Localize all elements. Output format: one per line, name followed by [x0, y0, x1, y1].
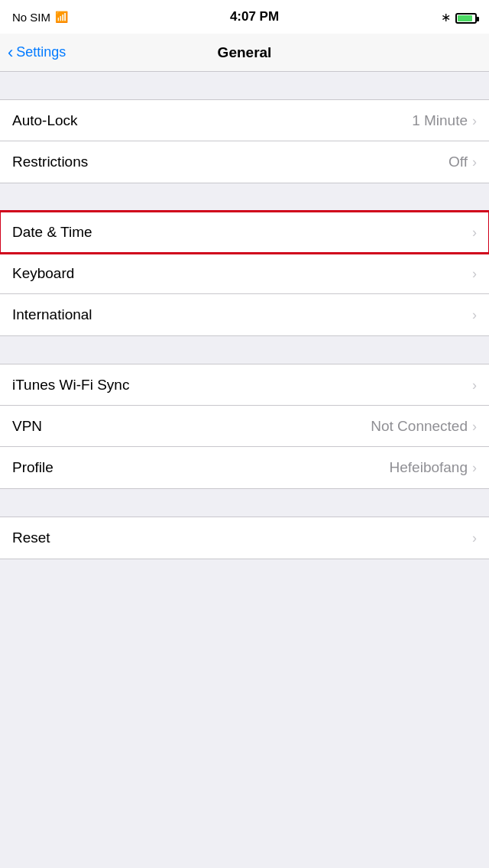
nav-bar: ‹ Settings General	[0, 34, 489, 72]
settings-group-2: Date & Time › Keyboard › International ›	[0, 211, 489, 336]
section-gap-3	[0, 336, 489, 364]
international-label: International	[12, 306, 92, 323]
vpn-right: Not Connected ›	[371, 418, 477, 435]
reset-label: Reset	[12, 530, 50, 546]
profile-row[interactable]: Profile Hefeibofang ›	[0, 447, 489, 488]
auto-lock-label: Auto-Lock	[12, 112, 78, 129]
reset-right: ›	[472, 531, 477, 545]
date-time-chevron-icon: ›	[472, 225, 477, 239]
status-time: 4:07 PM	[230, 9, 279, 24]
vpn-chevron-icon: ›	[472, 419, 477, 433]
itunes-wifi-sync-chevron-icon: ›	[472, 378, 477, 392]
international-chevron-icon: ›	[472, 308, 477, 322]
reset-row[interactable]: Reset ›	[0, 517, 489, 559]
restrictions-value: Off	[449, 154, 468, 170]
keyboard-chevron-icon: ›	[472, 267, 477, 280]
date-time-row[interactable]: Date & Time ›	[0, 212, 489, 253]
settings-group-1: Auto-Lock 1 Minute › Restrictions Off ›	[0, 99, 489, 183]
bluetooth-icon: ∗	[441, 10, 451, 24]
keyboard-right: ›	[472, 267, 477, 280]
profile-label: Profile	[12, 459, 53, 476]
auto-lock-chevron-icon: ›	[472, 114, 477, 128]
wifi-icon: 📶	[55, 11, 68, 23]
itunes-wifi-sync-row[interactable]: iTunes Wi-Fi Sync ›	[0, 364, 489, 406]
vpn-value: Not Connected	[371, 418, 468, 435]
itunes-wifi-sync-label: iTunes Wi-Fi Sync	[12, 377, 129, 394]
settings-group-3: iTunes Wi-Fi Sync › VPN Not Connected › …	[0, 364, 489, 489]
auto-lock-row[interactable]: Auto-Lock 1 Minute ›	[0, 100, 489, 141]
status-left: No SIM 📶	[12, 11, 68, 24]
section-gap-4	[0, 489, 489, 517]
status-bar: No SIM 📶 4:07 PM ∗	[0, 0, 489, 34]
battery-icon	[455, 11, 477, 24]
restrictions-row[interactable]: Restrictions Off ›	[0, 141, 489, 183]
back-button[interactable]: ‹ Settings	[8, 44, 66, 61]
profile-chevron-icon: ›	[472, 461, 477, 474]
profile-right: Hefeibofang ›	[390, 459, 477, 476]
back-label: Settings	[16, 44, 66, 60]
carrier-label: No SIM	[12, 11, 50, 24]
date-time-label: Date & Time	[12, 224, 92, 241]
vpn-label: VPN	[12, 418, 42, 435]
reset-chevron-icon: ›	[472, 531, 477, 545]
auto-lock-value: 1 Minute	[412, 112, 468, 129]
restrictions-label: Restrictions	[12, 154, 88, 170]
vpn-row[interactable]: VPN Not Connected ›	[0, 406, 489, 447]
restrictions-right: Off ›	[449, 154, 477, 170]
date-time-right: ›	[472, 225, 477, 239]
international-row[interactable]: International ›	[0, 294, 489, 335]
settings-group-4: Reset ›	[0, 517, 489, 559]
section-gap-top	[0, 72, 489, 99]
back-chevron-icon: ‹	[8, 44, 13, 61]
auto-lock-right: 1 Minute ›	[412, 112, 477, 129]
keyboard-row[interactable]: Keyboard ›	[0, 253, 489, 294]
page-title: General	[218, 44, 272, 61]
international-right: ›	[472, 308, 477, 322]
profile-value: Hefeibofang	[390, 459, 468, 476]
section-gap-2	[0, 183, 489, 211]
status-right: ∗	[441, 10, 477, 24]
restrictions-chevron-icon: ›	[472, 155, 477, 169]
itunes-wifi-sync-right: ›	[472, 378, 477, 392]
keyboard-label: Keyboard	[12, 265, 74, 282]
